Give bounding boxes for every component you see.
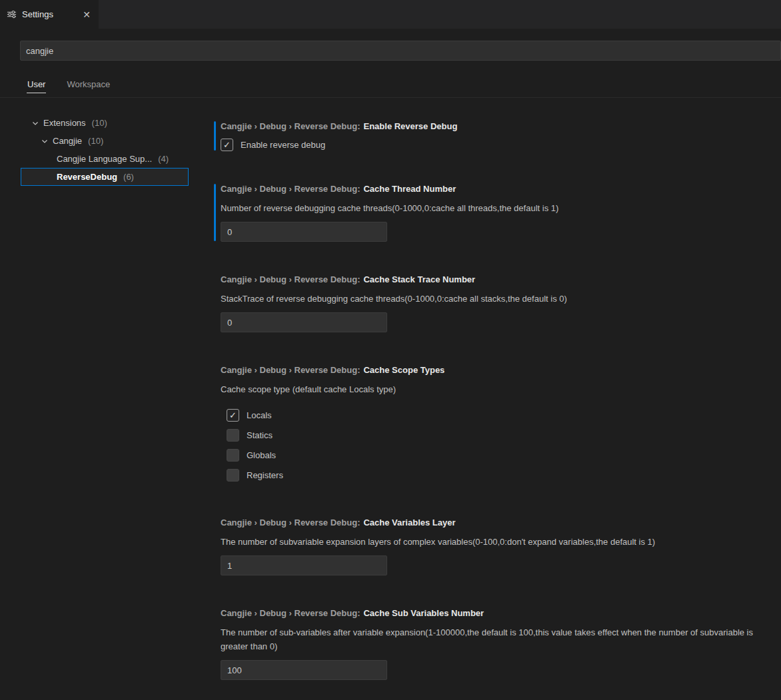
statics-checkbox[interactable] <box>227 429 239 442</box>
setting-title: Cangjie › Debug › Reverse Debug:Cache St… <box>221 274 781 286</box>
setting-name: Cache Variables Layer <box>363 518 455 527</box>
setting-name: Cache Sub Variables Number <box>363 608 484 618</box>
setting-cache-thread-number: Cangjie › Debug › Reverse Debug:Cache Th… <box>221 183 781 242</box>
toc-item-count: (6) <box>123 172 134 182</box>
settings-toc: Extensions (10) Cangjie (10) Cangjie Lan… <box>0 113 200 186</box>
setting-category-path: Cangjie › Debug › Reverse Debug: <box>221 274 360 284</box>
scope-option-globals: Globals <box>221 445 781 465</box>
scope-option-locals: ✓ Locals <box>221 405 781 425</box>
cache-variables-layer-input[interactable] <box>221 555 387 575</box>
settings-editor-body: Extensions (10) Cangjie (10) Cangjie Lan… <box>0 98 781 700</box>
setting-name: Cache Thread Number <box>363 184 456 194</box>
toc-item-extensions[interactable]: Extensions (10) <box>21 114 189 132</box>
tab-strip-empty <box>99 0 781 29</box>
setting-cache-scope-types: Cangjie › Debug › Reverse Debug:Cache Sc… <box>221 364 781 485</box>
tab-title: Settings <box>22 9 76 19</box>
setting-description: The number of sub-variables after variab… <box>221 625 781 653</box>
check-icon: ✓ <box>223 141 231 149</box>
toc-item-cangjie[interactable]: Cangjie (10) <box>21 132 189 150</box>
setting-description: Number of reverse debugging cache thread… <box>221 201 781 215</box>
cache-stack-trace-number-input[interactable] <box>221 312 387 332</box>
setting-category-path: Cangjie › Debug › Reverse Debug: <box>221 121 360 131</box>
settings-search-bar <box>20 41 781 61</box>
toc-item-cangjie-language-support[interactable]: Cangjie Language Sup... (4) <box>21 150 189 168</box>
cache-thread-number-input[interactable] <box>221 222 387 242</box>
setting-category-path: Cangjie › Debug › Reverse Debug: <box>221 518 360 527</box>
toc-item-count: (4) <box>158 154 169 164</box>
setting-name: Cache Stack Trace Number <box>363 274 475 284</box>
tab-settings[interactable]: Settings ✕ <box>0 0 99 29</box>
enable-reverse-debug-checkbox[interactable]: ✓ <box>221 139 233 151</box>
scope-option-registers: Registers <box>221 465 781 485</box>
toc-item-count: (10) <box>92 118 107 128</box>
check-icon: ✓ <box>229 411 237 420</box>
setting-title: Cangjie › Debug › Reverse Debug:Cache Va… <box>221 517 781 529</box>
setting-category-path: Cangjie › Debug › Reverse Debug: <box>221 608 360 618</box>
toc-item-count: (10) <box>88 136 103 146</box>
tab-workspace[interactable]: Workspace <box>66 77 111 97</box>
checkbox-label: Locals <box>247 410 272 420</box>
scope-option-statics: Statics <box>221 425 781 445</box>
toc-item-reversedebug[interactable]: ReverseDebug (6) <box>21 168 189 186</box>
setting-name: Cache Scope Types <box>363 365 444 375</box>
setting-title: Cangjie › Debug › Reverse Debug:Cache Sc… <box>221 364 781 376</box>
setting-category-path: Cangjie › Debug › Reverse Debug: <box>221 365 360 375</box>
locals-checkbox[interactable]: ✓ <box>227 409 239 422</box>
checkbox-row: ✓ Enable reverse debug <box>221 139 781 151</box>
scope-type-list: ✓ Locals Statics Globals <box>221 405 781 485</box>
settings-list: Cangjie › Debug › Reverse Debug:Enable R… <box>200 113 781 700</box>
toc-item-label: Cangjie Language Sup... <box>57 154 152 164</box>
toc-item-label: ReverseDebug <box>57 172 117 182</box>
editor-tab-bar: Settings ✕ <box>0 0 781 29</box>
setting-description: The number of subvariable expansion laye… <box>221 535 781 549</box>
setting-description: StackTrace of reverse debugging cache th… <box>221 292 781 306</box>
toc-item-label: Extensions <box>43 118 86 128</box>
close-icon[interactable]: ✕ <box>81 9 92 20</box>
checkbox-label: Enable reverse debug <box>241 140 325 150</box>
setting-enable-reverse-debug: Cangjie › Debug › Reverse Debug:Enable R… <box>221 121 781 151</box>
setting-cache-variables-layer: Cangjie › Debug › Reverse Debug:Cache Va… <box>221 517 781 575</box>
checkbox-label: Registers <box>247 470 283 480</box>
setting-title: Cangjie › Debug › Reverse Debug:Cache Th… <box>221 183 781 195</box>
checkbox-label: Statics <box>247 430 273 440</box>
checkbox-label: Globals <box>247 450 276 460</box>
settings-sliders-icon <box>7 9 17 19</box>
setting-description: Cache scope type (default cache Locals t… <box>221 382 781 396</box>
setting-title: Cangjie › Debug › Reverse Debug:Enable R… <box>221 121 781 133</box>
setting-name: Enable Reverse Debug <box>363 121 457 131</box>
settings-search-input[interactable] <box>20 41 781 61</box>
toc-item-label: Cangjie <box>53 136 82 146</box>
cache-sub-variables-number-input[interactable] <box>221 660 387 680</box>
modified-indicator <box>214 121 216 151</box>
tab-user[interactable]: User <box>27 77 46 97</box>
setting-category-path: Cangjie › Debug › Reverse Debug: <box>221 184 360 194</box>
setting-title: Cangjie › Debug › Reverse Debug:Cache Su… <box>221 607 781 619</box>
registers-checkbox[interactable] <box>227 469 239 482</box>
scope-tab-row: User Workspace <box>0 77 781 98</box>
modified-indicator <box>214 184 216 241</box>
chevron-down-icon[interactable] <box>39 136 50 147</box>
setting-cache-sub-variables-number: Cangjie › Debug › Reverse Debug:Cache Su… <box>221 607 781 680</box>
chevron-down-icon[interactable] <box>30 118 41 129</box>
setting-cache-stack-trace-number: Cangjie › Debug › Reverse Debug:Cache St… <box>221 274 781 332</box>
globals-checkbox[interactable] <box>227 449 239 462</box>
